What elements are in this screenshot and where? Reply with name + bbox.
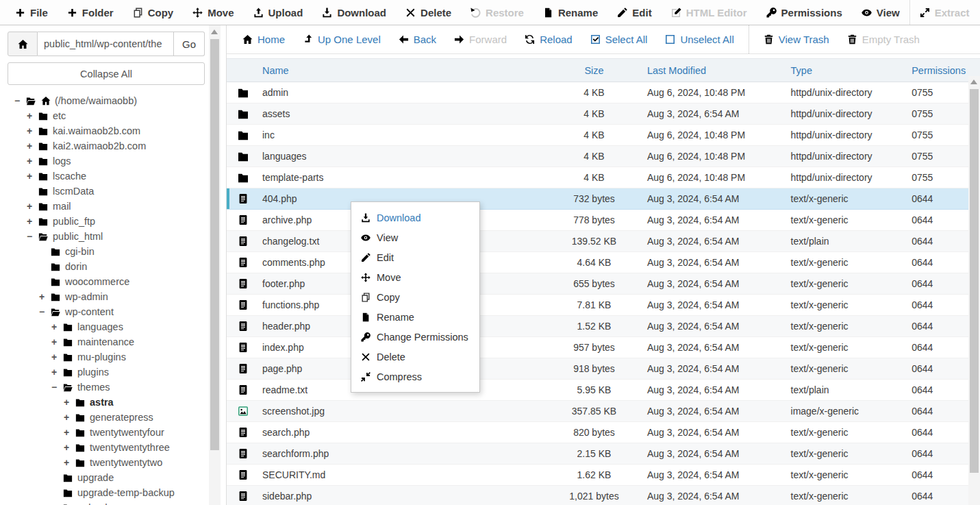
toolbar-button[interactable]: Move (183, 0, 243, 25)
table-row[interactable]: archive.php 778 bytes Aug 3, 2024, 6:54 … (227, 210, 980, 231)
context-menu-item[interactable]: Compress (351, 367, 479, 386)
tree-item[interactable]: + maintenance (8, 334, 209, 349)
context-menu-item[interactable]: Change Permissions (351, 327, 479, 347)
tree-toggle[interactable]: + (27, 140, 38, 151)
table-row[interactable]: header.php 1.52 KB Aug 3, 2024, 6:54 AM … (227, 316, 980, 337)
nav-button[interactable]: Select All (581, 25, 657, 53)
context-menu-item[interactable]: Delete (351, 347, 479, 367)
tree-item[interactable]: woocommerce (8, 274, 209, 289)
toolbar-button[interactable]: View (852, 0, 909, 25)
nav-button[interactable]: Up One Level (294, 25, 390, 53)
column-header[interactable]: Last Modified (633, 65, 779, 76)
table-row[interactable]: SECURITY.md 1.62 KB Aug 3, 2024, 6:54 AM… (227, 465, 980, 486)
toolbar-button[interactable]: Permissions (757, 0, 852, 25)
tree-item[interactable]: upgrade-temp-backup (8, 485, 209, 500)
nav-button[interactable]: Forward (445, 25, 516, 53)
go-button[interactable]: Go (174, 32, 205, 56)
nav-button[interactable]: View Trash (749, 25, 838, 53)
tree-toggle[interactable]: + (51, 321, 62, 332)
toolbar-button[interactable]: Upload (244, 0, 313, 25)
tree-toggle[interactable]: − (39, 306, 50, 317)
tree-toggle[interactable]: − (51, 382, 62, 393)
toolbar-button[interactable]: Copy (123, 0, 184, 25)
column-header[interactable]: Size (555, 65, 633, 76)
tree-item[interactable]: + generatepress (8, 410, 209, 425)
tree-toggle[interactable]: + (27, 201, 38, 212)
table-row[interactable]: languages 4 KB Aug 6, 2024, 10:48 PM htt… (227, 146, 980, 167)
tree-item[interactable]: − wp-content (8, 304, 209, 319)
context-menu-item[interactable]: Move (351, 267, 479, 287)
toolbar-button[interactable]: Download (312, 0, 396, 25)
file-list-scrollbar[interactable] (968, 76, 980, 505)
table-row[interactable]: page.php 918 bytes Aug 3, 2024, 6:54 AM … (227, 358, 980, 380)
tree-item[interactable]: + astra (8, 395, 209, 410)
sidebar-scrollbar[interactable] (209, 25, 221, 505)
tree-toggle[interactable]: + (27, 156, 38, 167)
tree-item[interactable]: + public_ftp (8, 214, 209, 229)
tree-item[interactable]: upgrade (8, 470, 209, 485)
toolbar-button[interactable]: Folder (58, 0, 123, 25)
table-row[interactable]: admin 4 KB Aug 6, 2024, 10:48 PM httpd/u… (227, 82, 980, 103)
nav-button[interactable]: Home (234, 25, 294, 53)
tree-toggle[interactable]: + (64, 442, 75, 453)
tree-item[interactable]: + mu-plugins (8, 349, 209, 365)
tree-item[interactable]: − (/home/waimaobb) (8, 93, 209, 108)
table-row[interactable]: readme.txt 5.95 KB Aug 3, 2024, 6:54 AM … (227, 380, 980, 401)
scrollbar-thumb[interactable] (970, 89, 979, 473)
context-menu-item[interactable]: Edit (351, 247, 479, 267)
toolbar-button[interactable]: Delete (396, 0, 461, 25)
table-row[interactable]: comments.php 4.64 KB Aug 3, 2024, 6:54 A… (227, 252, 980, 273)
toolbar-button[interactable]: Restore (461, 0, 533, 25)
context-menu-item[interactable]: View (351, 227, 479, 247)
table-row[interactable]: footer.php 655 bytes Aug 3, 2024, 6:54 A… (227, 273, 980, 295)
nav-button[interactable]: Reload (516, 25, 581, 53)
tree-item[interactable]: + kai2.waimaob2b.com (8, 138, 209, 153)
tree-toggle[interactable]: + (39, 291, 50, 302)
tree-item[interactable]: lscmData (8, 184, 209, 199)
table-row[interactable]: screenshot.jpg 357.85 KB Aug 3, 2024, 6:… (227, 401, 980, 422)
tree-toggle[interactable]: + (64, 427, 75, 438)
tree-toggle[interactable]: + (27, 110, 38, 121)
tree-item[interactable]: + plugins (8, 365, 209, 380)
tree-item[interactable]: + lscache (8, 169, 209, 184)
column-header[interactable]: Permissions (905, 65, 980, 76)
table-row[interactable]: template-parts 4 KB Aug 6, 2024, 10:48 P… (227, 167, 980, 188)
context-menu-item[interactable]: Copy (351, 287, 479, 307)
home-directory-button[interactable] (8, 32, 38, 56)
scroll-up-arrow[interactable] (211, 29, 218, 34)
toolbar-button[interactable]: File (5, 0, 58, 25)
tree-item[interactable]: + wp-admin (8, 289, 209, 304)
table-row[interactable]: 404.php 732 bytes Aug 3, 2024, 6:54 AM t… (227, 188, 980, 210)
column-header[interactable]: Name (227, 65, 555, 76)
tree-toggle[interactable]: + (27, 216, 38, 227)
nav-button[interactable]: Unselect All (656, 25, 742, 53)
tree-item[interactable]: + languages (8, 319, 209, 334)
tree-toggle[interactable]: + (51, 502, 62, 505)
tree-item[interactable]: + twentytwentytwo (8, 455, 209, 470)
tree-item[interactable]: − public_html (8, 229, 209, 244)
toolbar-button[interactable]: Extract (909, 0, 979, 25)
tree-item[interactable]: cgi-bin (8, 244, 209, 259)
tree-toggle[interactable]: + (27, 171, 38, 182)
table-row[interactable]: functions.php 7.81 KB Aug 3, 2024, 6:54 … (227, 295, 980, 316)
tree-item[interactable]: + twentytwentyfour (8, 425, 209, 440)
tree-toggle[interactable]: + (51, 336, 62, 347)
table-row[interactable]: search.php 820 bytes Aug 3, 2024, 6:54 A… (227, 422, 980, 443)
scrollbar-thumb[interactable] (210, 39, 219, 450)
path-input[interactable] (38, 32, 174, 56)
tree-item[interactable]: + logs (8, 153, 209, 169)
context-menu-item[interactable]: Download (351, 208, 479, 227)
scroll-up-arrow[interactable] (970, 79, 977, 84)
table-row[interactable]: searchform.php 2.15 KB Aug 3, 2024, 6:54… (227, 443, 980, 465)
table-row[interactable]: changelog.txt 139.52 KB Aug 3, 2024, 6:5… (227, 231, 980, 252)
tree-toggle[interactable]: + (51, 352, 62, 362)
tree-toggle[interactable]: + (27, 125, 38, 136)
tree-item[interactable]: − themes (8, 380, 209, 395)
table-row[interactable]: inc 4 KB Aug 6, 2024, 10:48 PM httpd/uni… (227, 125, 980, 146)
tree-toggle[interactable]: + (64, 397, 75, 408)
table-row[interactable]: sidebar.php 1,021 bytes Aug 3, 2024, 6:5… (227, 486, 980, 505)
table-row[interactable]: index.php 957 bytes Aug 3, 2024, 6:54 AM… (227, 337, 980, 358)
tree-toggle[interactable]: − (27, 231, 38, 242)
tree-item[interactable]: + twentytwentythree (8, 440, 209, 455)
collapse-all-button[interactable]: Collapse All (8, 62, 205, 85)
